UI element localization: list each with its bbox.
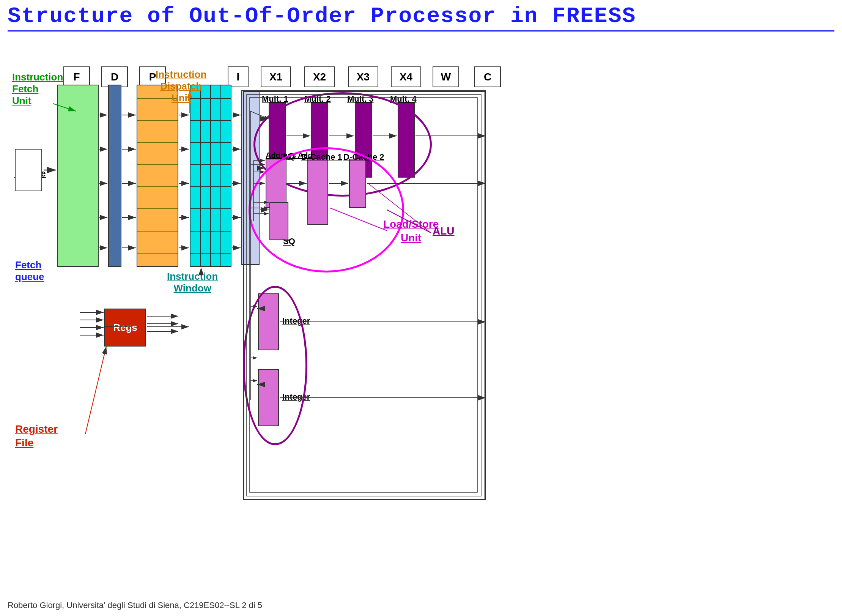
stage-I: I xyxy=(228,66,249,87)
footer-text: Roberto Giorgi, Universita' degli Studi … xyxy=(8,600,262,610)
stage-X1: X1 xyxy=(261,66,291,87)
register-file-label: Register File xyxy=(15,422,58,450)
mult3-label: Mult. 3 xyxy=(347,94,374,104)
instruction-window-block xyxy=(190,85,231,267)
fetch-unit-block xyxy=(57,85,99,267)
svg-line-43 xyxy=(85,347,106,434)
integer1-unit xyxy=(258,293,279,350)
mult1-label: Mult. 1 xyxy=(262,94,288,104)
dcache1-label: D-Cache 1 xyxy=(301,152,342,162)
stage-X3: X3 xyxy=(348,66,378,87)
integer2-unit xyxy=(258,369,279,426)
dcache1-unit xyxy=(307,159,328,225)
dcache2-unit xyxy=(349,159,366,208)
stage-D: D xyxy=(101,66,128,87)
stage-X4: X4 xyxy=(391,66,421,87)
integer2-label: Integer xyxy=(282,392,310,402)
stage-X2: X2 xyxy=(304,66,335,87)
fetch-queue-label: Fetch queue xyxy=(15,259,44,283)
d-block xyxy=(108,85,121,267)
sq-unit xyxy=(269,202,288,240)
alu-label: ALU xyxy=(433,225,455,237)
load-store-unit-label: Load/Store Unit xyxy=(383,217,439,245)
icache-label: I-cache xyxy=(14,168,46,179)
stage-W: W xyxy=(433,66,459,87)
instruction-fetch-unit-label: Instruction Fetch Unit xyxy=(12,71,63,107)
stage-F: F xyxy=(63,66,90,87)
dcache2-label: D-Cache 2 xyxy=(343,152,384,162)
mult2-label: Mult. 2 xyxy=(304,94,331,104)
p-block xyxy=(137,85,178,267)
mult4-unit xyxy=(398,102,415,178)
stage-C: C xyxy=(474,66,501,87)
instruction-window-label: Instruction Window xyxy=(167,271,218,294)
instruction-dispatch-unit-label: Instruction Dispatch Unit xyxy=(156,69,206,104)
page-title: Structure of Out-Of-Order Processor in F… xyxy=(8,4,834,32)
mult4-label: Mult. 4 xyxy=(390,94,417,104)
regs-block: Regs xyxy=(104,309,146,347)
address-adder-unit xyxy=(266,159,286,208)
integer1-label: Integer xyxy=(282,316,310,326)
